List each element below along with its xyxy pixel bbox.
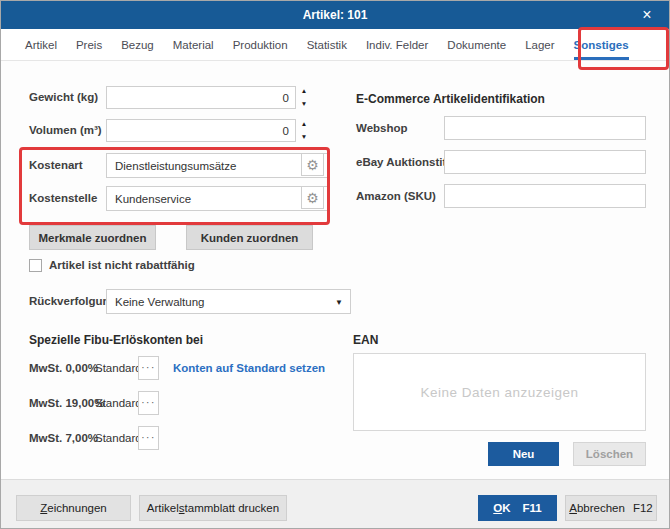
tab-sonstiges[interactable]: Sonstiges: [574, 29, 629, 60]
close-icon[interactable]: ×: [625, 1, 669, 29]
spin-up-icon[interactable]: ▲: [301, 121, 307, 127]
artikel-dialog: Artikel: 101 × Artikel Preis Bezug Mater…: [0, 0, 670, 529]
rabatt-checkbox-label: Artikel ist nicht rabattfähig: [49, 259, 195, 271]
ok-label: K: [502, 502, 510, 514]
amazon-sku-input[interactable]: [444, 184, 646, 208]
gewicht-value: 0: [283, 92, 289, 104]
tab-lager[interactable]: Lager: [525, 29, 554, 60]
ean-list[interactable]: Keine Daten anzuzeigen: [353, 353, 646, 431]
mwst-7-browse-button[interactable]: ···: [138, 426, 159, 450]
gewicht-spinner[interactable]: ▲ ▼: [298, 86, 310, 109]
volumen-spinner[interactable]: ▲ ▼: [298, 119, 310, 142]
ok-fkey-label: F11: [523, 502, 542, 514]
titlebar: Artikel: 101 ×: [1, 1, 669, 29]
fibu-heading: Spezielle Fibu-Erlöskonten bei: [29, 333, 203, 347]
kostenart-value: Dienstleistungsumsätze: [115, 160, 236, 172]
ean-neu-button[interactable]: Neu: [488, 442, 559, 466]
ebay-input[interactable]: [444, 150, 646, 174]
volumen-value: 0: [283, 125, 289, 137]
ellipsis-icon: ···: [141, 364, 156, 372]
volumen-label: Volumen (m³): [29, 124, 102, 136]
gewicht-label: Gewicht (kg): [29, 91, 98, 103]
abbrechen-button[interactable]: AbbrechenF12: [565, 495, 657, 521]
ean-loeschen-button: Löschen: [573, 442, 646, 466]
spin-down-icon[interactable]: ▼: [301, 101, 307, 107]
tab-indiv-felder[interactable]: Indiv. Felder: [366, 29, 428, 60]
ebay-label: eBay Auktionstitel: [356, 156, 456, 168]
ellipsis-icon: ···: [141, 399, 156, 407]
kostenart-label: Kostenart: [29, 159, 83, 171]
zeichnungen-label: eichnungen: [47, 502, 106, 514]
kostenstelle-value: Kundenservice: [115, 193, 191, 205]
rabatt-checkbox[interactable]: [29, 259, 42, 272]
kostenstelle-dropdown[interactable]: Kundenservice ▼: [106, 186, 328, 211]
tab-material[interactable]: Material: [173, 29, 214, 60]
ean-empty-placeholder: Keine Daten anzuzeigen: [420, 385, 578, 400]
mwst-7-label: MwSt. 7,00%: [29, 432, 98, 444]
mwst-7-value: Standard: [95, 432, 142, 444]
rueckverfolgung-value: Keine Verwaltung: [115, 296, 205, 308]
abbrechen-fkey-label: F12: [633, 502, 653, 514]
artikelstammblatt-drucken-button[interactable]: Artikelstammblatt drucken: [139, 495, 287, 521]
mwst-0-browse-button[interactable]: ···: [138, 356, 159, 380]
ellipsis-icon: ···: [141, 434, 156, 442]
gewicht-input[interactable]: 0: [106, 86, 296, 109]
ecommerce-heading: E-Commerce Artikelidentifikation: [356, 92, 545, 106]
kostenart-gear-button[interactable]: ⚙: [301, 153, 324, 176]
merkmale-zuordnen-button[interactable]: Merkmale zuordnen: [29, 225, 156, 250]
tab-bezug[interactable]: Bezug: [121, 29, 154, 60]
tab-artikel[interactable]: Artikel: [25, 29, 57, 60]
webshop-input[interactable]: [444, 116, 646, 140]
rueckverfolgung-dropdown[interactable]: Keine Verwaltung ▼: [106, 289, 351, 314]
chevron-down-icon: ▼: [335, 297, 343, 306]
amazon-sku-label: Amazon (SKU): [356, 190, 436, 202]
kunden-zuordnen-button[interactable]: Kunden zuordnen: [186, 225, 313, 250]
volumen-input[interactable]: 0: [106, 119, 296, 142]
ean-heading: EAN: [353, 333, 378, 347]
tab-bar: Artikel Preis Bezug Material Produktion …: [1, 29, 669, 61]
spin-up-icon[interactable]: ▲: [301, 88, 307, 94]
mwst-19-value: Standard: [95, 397, 142, 409]
ok-accesskey: O: [493, 502, 502, 514]
zeichnungen-button[interactable]: Zeichnungen: [16, 495, 131, 521]
window-title: Artikel: 101: [303, 8, 368, 22]
mwst-19-browse-button[interactable]: ···: [138, 391, 159, 415]
mwst-0-label: MwSt. 0,00%: [29, 362, 98, 374]
abbrechen-accesskey: A: [569, 502, 577, 514]
rueckverfolgung-label: Rückverfolgung: [29, 295, 117, 307]
ok-button[interactable]: OKF11: [478, 495, 557, 521]
abbrechen-label: bbrechen: [577, 502, 625, 514]
stammblatt-label-pre: Artikel: [147, 502, 179, 514]
gear-icon: ⚙: [306, 191, 319, 205]
tab-statistik[interactable]: Statistik: [307, 29, 347, 60]
stammblatt-label-post: tammblatt drucken: [185, 502, 280, 514]
tab-preis[interactable]: Preis: [76, 29, 102, 60]
spin-down-icon[interactable]: ▼: [301, 134, 307, 140]
konten-standard-link[interactable]: Konten auf Standard setzen: [173, 362, 325, 374]
mwst-19-label: MwSt. 19,00%: [29, 397, 104, 409]
tab-dokumente[interactable]: Dokumente: [447, 29, 506, 60]
tab-produktion[interactable]: Produktion: [233, 29, 288, 60]
kostenstelle-label: Kostenstelle: [29, 192, 97, 204]
zeichnungen-accesskey: Z: [40, 502, 47, 514]
mwst-0-value: Standard: [95, 362, 142, 374]
kostenart-dropdown[interactable]: Dienstleistungsumsätze ▼: [106, 153, 328, 178]
gear-icon: ⚙: [306, 158, 319, 172]
webshop-label: Webshop: [356, 122, 408, 134]
kostenstelle-gear-button[interactable]: ⚙: [301, 186, 324, 209]
